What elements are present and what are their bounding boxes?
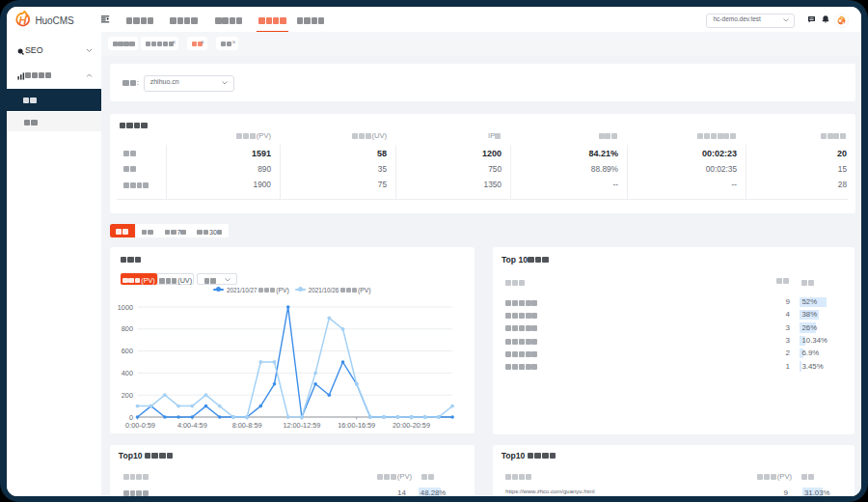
svg-text:H: H	[18, 14, 27, 26]
svg-text:16:00-16:59: 16:00-16:59	[338, 421, 375, 430]
svg-text:20:00-20:59: 20:00-20:59	[393, 421, 430, 430]
svg-text:400: 400	[122, 369, 133, 377]
svg-text:800: 800	[122, 324, 133, 333]
svg-text:8:00-8:59: 8:00-8:59	[232, 421, 262, 430]
svg-text:1000: 1000	[118, 303, 133, 312]
svg-text:12:00-12:59: 12:00-12:59	[283, 421, 320, 430]
svg-text:4:00-4:59: 4:00-4:59	[177, 421, 207, 430]
svg-text:200: 200	[122, 391, 133, 400]
svg-text:0:00-0:59: 0:00-0:59	[125, 421, 155, 430]
svg-text:600: 600	[122, 347, 133, 355]
